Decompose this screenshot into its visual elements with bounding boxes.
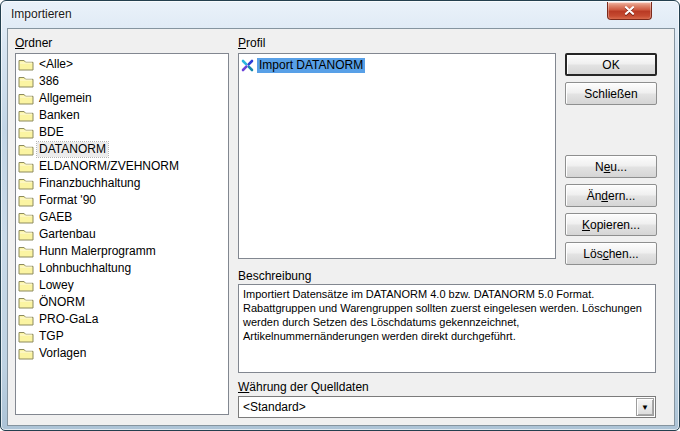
- folder-list-item[interactable]: Vorlagen: [16, 345, 228, 362]
- folder-list-item[interactable]: ÖNORM: [16, 294, 228, 311]
- folder-icon: [18, 211, 34, 224]
- folder-icon: [18, 109, 34, 122]
- beschreibung-label: Beschreibung: [238, 269, 311, 283]
- folder-icon: [18, 75, 34, 88]
- folder-list-item[interactable]: PRO-GaLa: [16, 311, 228, 328]
- profile-name: Import DATANORM: [257, 58, 365, 73]
- folder-icon: [18, 296, 34, 309]
- folder-name: BDE: [37, 125, 66, 140]
- schliessen-button[interactable]: Schließen: [565, 82, 657, 105]
- folder-name: 386: [37, 74, 61, 89]
- profil-label: Profil: [238, 36, 265, 50]
- close-icon: [624, 6, 635, 15]
- folder-icon: [18, 330, 34, 343]
- folder-icon: [18, 313, 34, 326]
- folder-icon: [18, 228, 34, 241]
- folder-icon: [18, 160, 34, 173]
- loeschen-button[interactable]: Löschen...: [565, 242, 657, 265]
- description-box: Importiert Datensätze im DATANORM 4.0 bz…: [238, 284, 656, 373]
- folder-icon: [18, 347, 34, 360]
- folder-list-item[interactable]: Allgemein: [16, 90, 228, 107]
- folder-list-item[interactable]: BDE: [16, 124, 228, 141]
- folder-list-item[interactable]: DATANORM: [16, 141, 228, 158]
- window-title: Importieren: [11, 7, 72, 21]
- folder-list-item[interactable]: Lowey: [16, 277, 228, 294]
- profile-pinwheel-icon: [241, 59, 254, 72]
- folder-icon: [18, 245, 34, 258]
- aendern-button[interactable]: Ändern...: [565, 184, 657, 207]
- folder-list[interactable]: <Alle> 386: [15, 53, 229, 415]
- folder-list-item[interactable]: 386: [16, 73, 228, 90]
- folder-name: ÖNORM: [37, 295, 87, 310]
- ordner-label: Ordner: [15, 36, 52, 50]
- folder-name: PRO-GaLa: [37, 312, 100, 327]
- profile-list[interactable]: Import DATANORM: [238, 53, 556, 259]
- currency-combobox[interactable]: <Standard> ▼: [238, 396, 656, 418]
- folder-name: Lohnbuchhaltung: [37, 261, 133, 276]
- folder-name: Gartenbau: [37, 227, 98, 242]
- folder-list-item[interactable]: Hunn Malerprogramm: [16, 243, 228, 260]
- folder-list-item[interactable]: Gartenbau: [16, 226, 228, 243]
- folder-list-item[interactable]: ELDANORM/ZVEHNORM: [16, 158, 228, 175]
- folder-list-item[interactable]: Format '90: [16, 192, 228, 209]
- folder-name: Allgemein: [37, 91, 94, 106]
- folder-name: Vorlagen: [37, 346, 88, 361]
- folder-name: GAEB: [37, 210, 74, 225]
- description-text: Importiert Datensätze im DATANORM 4.0 bz…: [243, 288, 642, 342]
- folder-icon: [18, 262, 34, 275]
- folder-list-item[interactable]: GAEB: [16, 209, 228, 226]
- folder-icon: [18, 279, 34, 292]
- folder-name: TGP: [37, 329, 66, 344]
- close-button[interactable]: [607, 2, 652, 20]
- folder-name: DATANORM: [37, 142, 108, 157]
- folder-list-item[interactable]: <Alle>: [16, 56, 228, 73]
- folder-name: Finanzbuchhaltung: [37, 176, 142, 191]
- folder-name: Hunn Malerprogramm: [37, 244, 158, 259]
- dropdown-button[interactable]: ▼: [636, 398, 654, 416]
- folder-icon: [18, 92, 34, 105]
- folder-list-item[interactable]: Finanzbuchhaltung: [16, 175, 228, 192]
- profile-list-item[interactable]: Import DATANORM: [239, 56, 555, 74]
- import-dialog: Importieren Ordner <: [0, 0, 680, 431]
- dialog-client-area: Ordner <Alle>: [7, 28, 675, 426]
- folder-icon: [18, 58, 34, 71]
- waehrung-label: Währung der Quelldaten: [238, 380, 369, 394]
- neu-button[interactable]: Neu...: [565, 155, 657, 178]
- folder-name: Banken: [37, 108, 82, 123]
- folder-name: Lowey: [37, 278, 76, 293]
- folder-name: <Alle>: [37, 57, 75, 72]
- title-bar[interactable]: Importieren: [1, 1, 679, 29]
- folder-list-item[interactable]: Banken: [16, 107, 228, 124]
- folder-icon: [18, 194, 34, 207]
- folder-icon: [18, 177, 34, 190]
- folder-list-item[interactable]: TGP: [16, 328, 228, 345]
- folder-list-item[interactable]: Lohnbuchhaltung: [16, 260, 228, 277]
- folder-icon: [18, 143, 34, 156]
- currency-value: <Standard>: [239, 400, 635, 414]
- ok-button[interactable]: OK: [565, 53, 657, 76]
- folder-name: ELDANORM/ZVEHNORM: [37, 159, 181, 174]
- chevron-down-icon: ▼: [641, 403, 649, 412]
- folder-name: Format '90: [37, 193, 98, 208]
- folder-icon: [18, 126, 34, 139]
- kopieren-button[interactable]: Kopieren...: [565, 213, 657, 236]
